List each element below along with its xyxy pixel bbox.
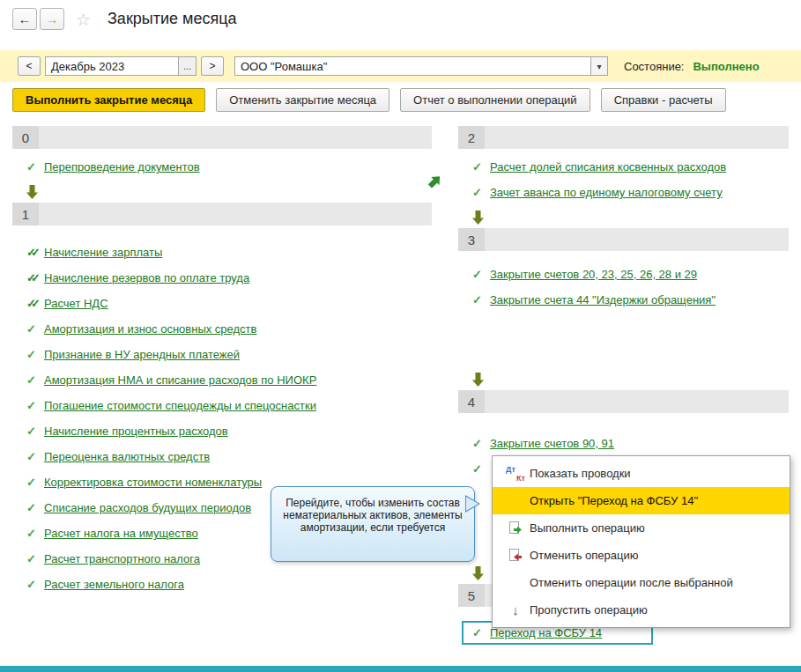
period-prev-button[interactable]: < [18,56,41,76]
menu-item-cancel-after-selected[interactable]: Отменить операции после выбранной [493,569,790,596]
section-number: 3 [458,228,485,251]
operation-link[interactable]: Начисление процентных расходов [44,425,228,438]
menu-item-cancel-operation[interactable]: Отменить операцию [493,542,790,569]
up-right-arrow-icon [428,174,441,192]
operation-link[interactable]: Переоценка валютных средств [44,450,210,463]
period-next-button[interactable]: > [201,56,224,76]
operation-row: ✓Закрытие счетов 90, 91 [458,431,789,456]
operation-row: ✓Начисление процентных расходов [12,418,432,444]
check-icon: ✓ [472,462,490,476]
status-value: Выполнено [693,60,759,73]
double-check-icon: ✓✓ [26,271,44,284]
month-closing-window: ← → ☆ Закрытие месяца < Декабрь 2023 ...… [0,0,801,672]
page-title: Закрытие месяца [108,10,236,28]
section-number: 4 [458,390,485,413]
section-2-items: ✓Расчет долей списания косвенных расходо… [458,149,789,207]
operation-row: ✓Расчет земельного налога [12,572,432,597]
operation-link[interactable]: Закрытие счетов 90, 91 [490,437,614,450]
check-icon: ✓ [26,399,44,412]
cancel-month-close-button[interactable]: Отменить закрытие месяца [216,88,389,112]
references-calculations-button[interactable]: Справки - расчеты [601,88,726,112]
forward-button[interactable]: → [40,8,64,30]
section-4-header: 4 [458,390,789,413]
check-icon: ✓ [26,501,44,514]
check-icon: ✓ [26,425,44,438]
operation-row: ✓Амортизация НМА и списание расходов по … [12,367,432,393]
check-icon: ✓ [26,552,44,565]
operation-link[interactable]: Перепроведение документов [44,160,200,174]
menu-item-skip-operation[interactable]: ↓ Пропустить операцию [493,596,790,624]
cancel-operation-icon [501,549,530,563]
operation-link[interactable]: Признание в НУ арендных платежей [44,348,240,361]
check-icon: ✓ [26,322,44,336]
check-icon: ✓ [472,268,490,281]
check-icon: ✓ [26,160,44,174]
back-button[interactable]: ← [12,8,37,30]
operation-link[interactable]: Расчет транспортного налога [44,552,200,565]
operation-row: ✓Амортизация и износ основных средств [12,316,432,342]
menu-item-label: Отменить операцию [530,549,638,562]
tooltip-text: Перейдите, чтобы изменить состав нематер… [283,497,462,534]
section-2-header: 2 [458,126,789,149]
organization-select[interactable]: ООО "Ромашка" ▾ [234,56,608,76]
menu-item-execute-operation[interactable]: Выполнить операцию [493,514,790,542]
section-0-items: ✓ Перепроведение документов [12,149,432,181]
down-arrow-icon [472,373,484,387]
context-menu: ДтКт Показать проводки Открыть "Переход … [492,455,790,628]
double-check-icon: ✓✓ [26,297,44,310]
section-number: 0 [12,126,39,149]
operation-link[interactable]: Корректировка стоимости номенклатуры [44,476,262,489]
check-icon: ✓ [472,437,490,450]
operation-link[interactable]: Амортизация и износ основных средств [44,322,256,336]
operation-link[interactable]: Переход на ФСБУ 14 [490,626,602,639]
operations-report-button[interactable]: Отчет о выполнении операций [400,88,590,112]
check-icon: ✓ [26,450,44,463]
dt-kt-icon: ДтКт [501,465,530,483]
section-0-header: 0 [12,126,432,149]
check-icon: ✓ [472,293,490,306]
operation-row: ✓✓Расчет НДС [12,291,432,316]
operation-link[interactable]: Амортизация НМА и списание расходов по Н… [44,373,316,387]
period-value: Декабрь 2023 [46,57,178,75]
run-month-close-button[interactable]: Выполнить закрытие месяца [12,88,205,112]
operation-link[interactable]: Начисление резервов по оплате труда [44,271,249,284]
operation-link[interactable]: Зачет аванса по единому налоговому счету [490,186,723,199]
down-arrow-icon [472,210,484,225]
bottom-status-bar [0,666,801,672]
status-label: Состояние: [624,60,684,73]
section-number: 1 [12,203,39,225]
operation-row: ✓✓Начисление зарплаты [12,240,432,265]
operation-link[interactable]: Погашение стоимости спецодежды и спецосн… [44,399,316,412]
operation-link[interactable]: Расчет НДС [44,297,108,310]
window-header: ← → ☆ Закрытие месяца [0,0,801,44]
menu-item-open-fsbu14[interactable]: Открыть "Переход на ФСБУ 14" [493,487,790,514]
favorites-star-icon[interactable]: ☆ [76,10,91,30]
period-field[interactable]: Декабрь 2023 ... [45,56,197,76]
menu-item-show-postings[interactable]: ДтКт Показать проводки [493,460,790,487]
back-arrow-icon: ← [19,11,32,26]
double-check-icon: ✓✓ [26,246,44,259]
section-3-header: 3 [458,228,789,251]
operation-link[interactable]: Закрытие счета 44 "Издержки обращения" [490,293,716,306]
period-toolbar: < Декабрь 2023 ... > ООО "Ромашка" ▾ Сос… [0,50,801,82]
operation-link[interactable]: Расчет долей списания косвенных расходов [490,160,726,174]
menu-item-label: Пропустить операцию [530,603,648,617]
operation-link[interactable]: Закрытие счетов 20, 23, 25, 26, 28 и 29 [490,268,697,281]
tooltip-callout: Перейдите, чтобы изменить состав нематер… [271,486,475,562]
skip-arrow-icon: ↓ [501,602,530,617]
operation-row: ✓✓Начисление резервов по оплате труда [12,265,432,291]
operation-link[interactable]: Расчет налога на имущество [44,527,198,540]
operation-link[interactable]: Расчет земельного налога [44,578,184,591]
operation-row: ✓Закрытие счетов 20, 23, 25, 26, 28 и 29 [458,262,789,287]
dropdown-arrow-icon[interactable]: ▾ [590,57,607,75]
operation-row: ✓ Перепроведение документов [12,154,432,180]
check-icon: ✓ [472,186,490,199]
check-icon: ✓ [26,373,44,387]
period-picker-button[interactable]: ... [178,57,196,75]
down-arrow-icon [472,566,484,580]
operation-link[interactable]: Начисление зарплаты [44,246,162,259]
operation-row: ✓Переоценка валютных средств [12,444,432,469]
operation-link[interactable]: Списание расходов будущих периодов [44,501,251,514]
operation-row: ✓Погашение стоимости спецодежды и спецос… [12,393,432,418]
flow-arrow-row [458,207,789,228]
